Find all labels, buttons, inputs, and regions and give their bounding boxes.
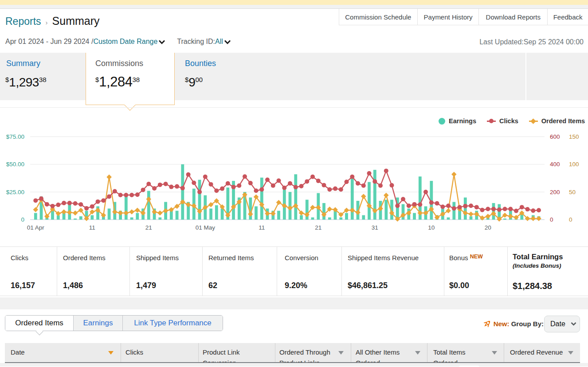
svg-text:50: 50 [569,189,576,195]
svg-text:21: 21 [315,224,321,231]
svg-text:20: 20 [485,224,491,231]
svg-text:0: 0 [550,216,553,223]
svg-text:10: 10 [428,224,435,231]
svg-text:01 Apr: 01 Apr [27,224,45,231]
svg-text:100: 100 [569,161,579,168]
svg-text:01 May: 01 May [196,224,216,231]
svg-text:0: 0 [21,216,24,223]
svg-text:400: 400 [550,161,560,168]
svg-text:31: 31 [372,224,378,231]
svg-text:600: 600 [550,133,560,140]
svg-text:11: 11 [89,224,95,231]
svg-text:200: 200 [550,189,560,195]
svg-text:$50.00: $50.00 [6,161,24,168]
svg-text:150: 150 [569,133,579,140]
svg-text:21: 21 [145,224,152,231]
svg-text:$75.00: $75.00 [6,133,24,140]
svg-text:11: 11 [259,224,265,231]
svg-text:0: 0 [569,216,572,223]
svg-text:$25.00: $25.00 [6,189,24,195]
